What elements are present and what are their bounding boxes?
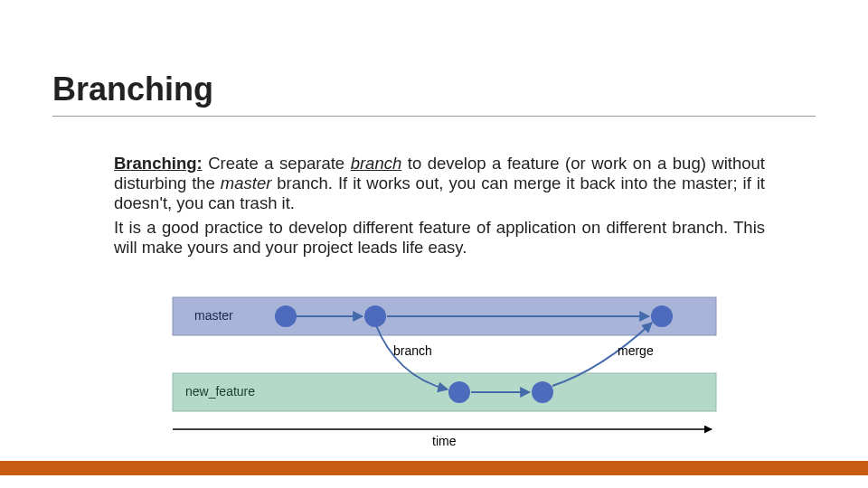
slide: Branching Branching: Create a separate b… xyxy=(0,0,868,488)
time-label: time xyxy=(432,434,457,448)
branching-diagram: master new_feature branch xyxy=(165,292,723,451)
branch-action-label: branch xyxy=(393,343,432,358)
body-text: Branching: Create a separate branch to d… xyxy=(114,154,765,258)
merge-action-label: merge xyxy=(618,343,654,358)
commit-node xyxy=(364,305,386,327)
commit-node xyxy=(275,305,297,327)
commit-node xyxy=(651,305,673,327)
term-branch: branch xyxy=(351,154,402,173)
commit-node xyxy=(532,381,553,403)
term-master: master xyxy=(221,174,272,192)
master-label: master xyxy=(194,308,233,323)
title-rule xyxy=(52,116,816,117)
lead-term: Branching: xyxy=(114,154,203,173)
paragraph-2: It is a good practice to develop differe… xyxy=(114,218,765,258)
paragraph-1: Branching: Create a separate branch to d… xyxy=(114,154,765,212)
page-title: Branching xyxy=(52,70,213,108)
commit-node xyxy=(448,381,470,403)
footer-accent-bar xyxy=(0,461,868,475)
p1-a: Create a separate xyxy=(203,154,351,173)
feature-label: new_feature xyxy=(185,384,255,399)
